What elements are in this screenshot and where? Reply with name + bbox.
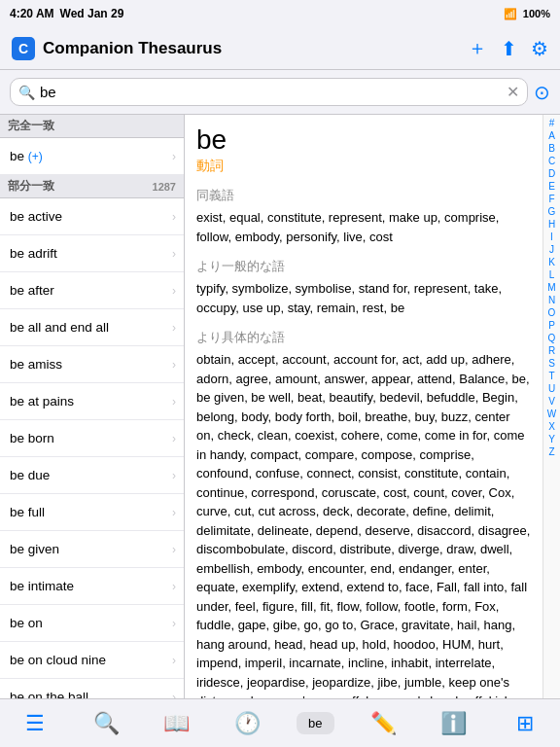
alpha-Y[interactable]: Y: [548, 433, 555, 445]
alpha-S[interactable]: S: [548, 357, 555, 370]
list-item[interactable]: be intimate ›: [0, 568, 184, 605]
chevron-icon: ›: [172, 210, 176, 224]
list-item[interactable]: be at pains ›: [0, 383, 184, 420]
section-exact: 完全一致: [0, 115, 184, 138]
list-item[interactable]: be active ›: [0, 198, 184, 235]
chevron-icon: ›: [172, 543, 176, 556]
alpha-U[interactable]: U: [548, 382, 555, 395]
alpha-T[interactable]: T: [548, 370, 554, 382]
share-icon[interactable]: ⬆: [501, 37, 517, 60]
alpha-O[interactable]: O: [548, 306, 556, 319]
search-input[interactable]: [40, 84, 502, 100]
app-header-left: C Companion Thesaurus: [12, 37, 222, 60]
center-word-button[interactable]: be: [297, 712, 333, 734]
main-content: 完全一致 be (+) › 部分一致 1287 be active › be a…: [0, 115, 560, 698]
list-item[interactable]: be born ›: [0, 420, 184, 457]
alpha-K[interactable]: K: [548, 256, 555, 268]
chevron-icon: ›: [172, 654, 176, 667]
search-button[interactable]: 🔍: [85, 711, 127, 736]
book-icon: 📖: [163, 711, 190, 736]
alpha-index: # A B C D E F G H I J K L M N O P Q R S …: [542, 115, 560, 698]
alpha-Z[interactable]: Z: [548, 445, 554, 458]
battery-label: 100%: [523, 8, 550, 19]
bottom-toolbar: ☰ 🔍 📖 🕐 be ✏️ ℹ️ ⊞: [0, 698, 560, 747]
chevron-icon: ›: [172, 691, 176, 699]
list-item[interactable]: be on ›: [0, 605, 184, 642]
list-item[interactable]: be adrift ›: [0, 235, 184, 272]
word-list-panel: 完全一致 be (+) › 部分一致 1287 be active › be a…: [0, 115, 185, 698]
status-date: Wed Jan 29: [60, 7, 124, 20]
history-icon: 🕐: [234, 711, 261, 736]
list-item[interactable]: be on cloud nine ›: [0, 642, 184, 679]
list-item[interactable]: be full ›: [0, 494, 184, 531]
status-left: 4:20 AM Wed Jan 29: [10, 7, 123, 20]
status-time: 4:20 AM: [10, 7, 54, 20]
chevron-icon: ›: [172, 284, 176, 298]
search-toolbar-icon: 🔍: [93, 711, 120, 736]
word-item-be-plus[interactable]: be (+) ›: [0, 138, 184, 175]
list-item[interactable]: be after ›: [0, 272, 184, 309]
chevron-icon: ›: [172, 395, 176, 409]
chevron-icon: ›: [172, 469, 176, 482]
chevron-icon: ›: [172, 358, 176, 372]
search-bar: 🔍 ✕ ⊙: [0, 70, 560, 115]
status-bar: 4:20 AM Wed Jan 29 📶 100%: [0, 0, 560, 27]
chevron-icon: ›: [172, 432, 176, 445]
info-button[interactable]: ℹ️: [433, 711, 475, 736]
specific-label: より具体的な語: [196, 329, 531, 346]
alpha-P[interactable]: P: [548, 319, 555, 332]
def-pos: 動詞: [196, 158, 531, 175]
grid-icon: ⊞: [516, 711, 534, 736]
chevron-icon: ›: [172, 321, 176, 335]
chevron-icon: ›: [172, 150, 176, 163]
header-icons: ＋ ⬆ ⚙: [468, 35, 548, 61]
alpha-I[interactable]: I: [550, 231, 553, 243]
alpha-E[interactable]: E: [548, 180, 555, 193]
alpha-G[interactable]: G: [548, 205, 556, 218]
history-button[interactable]: 🕐: [226, 711, 268, 736]
alpha-D[interactable]: D: [548, 167, 555, 180]
alpha-hash[interactable]: #: [549, 117, 555, 129]
menu-button[interactable]: ☰: [14, 711, 56, 736]
grid-button[interactable]: ⊞: [504, 711, 546, 736]
list-item[interactable]: be amiss ›: [0, 346, 184, 383]
status-right: 📶 100%: [504, 8, 550, 20]
def-word: be: [196, 124, 531, 156]
list-item[interactable]: be due ›: [0, 457, 184, 494]
search-input-wrap[interactable]: 🔍 ✕: [10, 78, 528, 106]
alpha-Q[interactable]: Q: [548, 332, 556, 344]
alpha-M[interactable]: M: [547, 281, 555, 294]
search-clear-icon[interactable]: ✕: [507, 83, 519, 101]
settings-icon[interactable]: ⚙: [531, 37, 548, 60]
app-icon: C: [12, 37, 35, 60]
general-label: より一般的な語: [196, 258, 531, 275]
alpha-R[interactable]: R: [548, 344, 555, 357]
add-icon[interactable]: ＋: [468, 35, 487, 61]
synonyms-text: exist, equal, constitute, represent, mak…: [196, 208, 531, 246]
pencil-icon: ✏️: [370, 711, 397, 736]
alpha-J[interactable]: J: [549, 243, 554, 256]
list-item[interactable]: be on the ball ›: [0, 679, 184, 698]
alpha-A[interactable]: A: [548, 129, 555, 142]
microphone-icon[interactable]: ⊙: [534, 81, 550, 104]
alpha-H[interactable]: H: [548, 218, 555, 231]
chevron-icon: ›: [172, 617, 176, 630]
pencil-button[interactable]: ✏️: [362, 711, 404, 736]
list-item[interactable]: be all and end all ›: [0, 309, 184, 346]
definition-panel: be 動詞 同義語 exist, equal, constitute, repr…: [185, 115, 542, 698]
general-text: typify, symbolize, symbolise, stand for,…: [196, 279, 531, 317]
menu-icon: ☰: [25, 711, 45, 736]
alpha-F[interactable]: F: [548, 193, 554, 205]
alpha-C[interactable]: C: [548, 155, 555, 167]
alpha-V[interactable]: V: [548, 395, 555, 408]
alpha-L[interactable]: L: [549, 268, 555, 281]
app-header: C Companion Thesaurus ＋ ⬆ ⚙: [0, 27, 560, 70]
book-button[interactable]: 📖: [156, 711, 198, 736]
list-item[interactable]: be given ›: [0, 531, 184, 568]
chevron-icon: ›: [172, 247, 176, 261]
alpha-N[interactable]: N: [548, 294, 555, 306]
chevron-icon: ›: [172, 580, 176, 593]
alpha-X[interactable]: X: [548, 420, 555, 433]
alpha-W[interactable]: W: [547, 408, 556, 420]
alpha-B[interactable]: B: [548, 142, 555, 155]
